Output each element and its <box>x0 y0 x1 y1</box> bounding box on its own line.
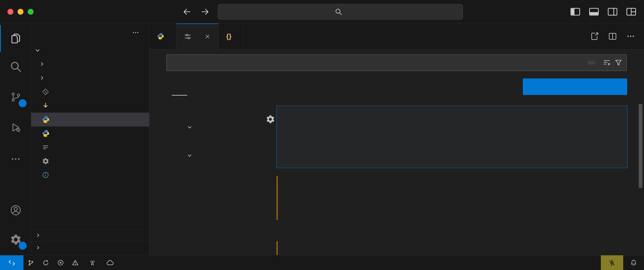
minimize-window-button[interactable] <box>18 9 23 15</box>
activity-source-control[interactable] <box>0 84 31 110</box>
remote-indicator[interactable] <box>0 255 23 270</box>
maximize-window-button[interactable] <box>28 9 34 15</box>
search-icon <box>10 61 22 73</box>
explorer-more-actions-icon[interactable] <box>132 29 140 37</box>
active-scope-underline <box>172 95 187 96</box>
more-actions-icon[interactable] <box>626 31 635 41</box>
tab-settings[interactable] <box>176 23 219 50</box>
chevron-down-icon <box>187 153 193 158</box>
settings-search-input[interactable] <box>166 54 627 71</box>
cloud-code-signin[interactable] <box>102 255 120 270</box>
activity-settings[interactable] <box>0 226 31 253</box>
toc-pipet-code[interactable] <box>166 163 266 177</box>
python-icon <box>157 33 164 40</box>
forward-button[interactable] <box>200 0 210 23</box>
toc-notebook[interactable] <box>166 134 266 148</box>
vscode-window: {} <box>0 0 644 270</box>
activity-search[interactable] <box>0 53 31 80</box>
clear-search-icon[interactable] <box>602 58 611 67</box>
statusbar <box>0 255 644 270</box>
lock-file-icon <box>42 144 49 151</box>
tree-item-pyproject-toml[interactable] <box>31 154 149 168</box>
chevron-right-icon <box>39 61 45 67</box>
run-debug-icon <box>10 121 22 134</box>
titlebar <box>0 0 644 23</box>
tree-item-vscode[interactable] <box>31 57 149 71</box>
toml-gear-icon <box>42 157 49 165</box>
setting-row-gemma-service-host[interactable] <box>276 106 627 168</box>
back-button[interactable] <box>182 0 192 23</box>
activity-accounts[interactable] <box>0 197 31 224</box>
setting-actions-gear-icon[interactable] <box>266 114 275 124</box>
chevron-down-icon <box>34 47 41 54</box>
filter-icon[interactable] <box>614 58 623 67</box>
toc-text-editor[interactable] <box>166 106 266 120</box>
toc-extensions[interactable] <box>166 149 266 162</box>
branch-icon <box>27 259 35 267</box>
problems-status[interactable] <box>53 255 85 270</box>
error-icon <box>57 259 64 266</box>
sync-icon[interactable] <box>42 259 50 267</box>
split-editor-icon[interactable] <box>608 31 617 41</box>
toggle-sidebar-icon[interactable] <box>569 6 581 18</box>
explorer-sidebar <box>31 23 149 255</box>
remote-icon <box>8 259 16 267</box>
tree-item-poetry-lock[interactable] <box>31 140 149 154</box>
tab-settings-json[interactable]: {} <box>219 23 243 49</box>
toggle-secondary-sidebar-icon[interactable] <box>607 6 618 18</box>
python-icon <box>42 116 50 124</box>
close-window-button[interactable] <box>7 9 13 15</box>
editor-tab-bar: {} <box>149 23 644 49</box>
activity-bar <box>0 23 31 255</box>
tree-item-readme-md[interactable] <box>31 168 149 182</box>
settings-editor <box>149 50 644 255</box>
activity-explorer[interactable] <box>0 25 31 52</box>
extension-warning-status[interactable] <box>601 255 623 270</box>
customize-layout-icon[interactable] <box>625 6 637 18</box>
tree-item-example-py[interactable] <box>31 113 149 126</box>
git-branch-status[interactable] <box>23 255 53 270</box>
setting-row-gemini-text-model[interactable] <box>276 240 627 255</box>
backup-sync-settings-button[interactable] <box>523 78 627 95</box>
tree-item-gitignore[interactable] <box>31 85 149 99</box>
command-center[interactable] <box>218 4 463 19</box>
setting-title <box>286 114 627 123</box>
tree-item-tests[interactable] <box>31 71 149 85</box>
activity-more[interactable] <box>0 146 31 172</box>
account-icon <box>10 204 22 216</box>
tab-example-py[interactable] <box>149 23 176 49</box>
settings-badge <box>19 242 27 250</box>
modified-indicator <box>276 176 278 220</box>
scm-badge <box>19 99 27 107</box>
settings-count-badge <box>588 61 595 65</box>
setting-title <box>286 179 627 188</box>
setting-row-gemini-api-key[interactable] <box>276 174 627 221</box>
tree-item-assistance-md[interactable] <box>31 99 149 113</box>
tree-item-new-service-py[interactable] <box>31 126 149 140</box>
tree-root-code-project[interactable] <box>31 44 149 57</box>
warning-icon <box>72 259 79 266</box>
zap-off-icon <box>608 259 616 267</box>
timeline-section[interactable] <box>31 241 149 253</box>
search-icon <box>335 8 342 15</box>
toggle-panel-icon[interactable] <box>588 6 600 18</box>
settings-search-value <box>170 62 172 63</box>
explorer-header <box>31 27 149 38</box>
ellipsis-icon <box>10 153 22 165</box>
files-icon <box>10 32 22 45</box>
info-icon <box>42 171 49 179</box>
statusbar-right <box>601 255 644 270</box>
ports-status[interactable] <box>85 255 102 270</box>
layout-controls <box>569 0 637 23</box>
cloud-icon <box>106 259 114 267</box>
bell-icon <box>630 259 638 267</box>
scrollbar[interactable] <box>639 104 642 188</box>
outline-section[interactable] <box>31 229 149 241</box>
close-tab-icon[interactable] <box>204 33 211 40</box>
open-settings-json-icon[interactable] <box>590 31 599 41</box>
toc-features[interactable] <box>166 120 266 134</box>
activity-run-debug[interactable] <box>0 114 31 141</box>
notifications-bell[interactable] <box>623 255 644 270</box>
json-braces-icon: {} <box>226 32 231 41</box>
settings-sliders-icon <box>184 33 192 41</box>
